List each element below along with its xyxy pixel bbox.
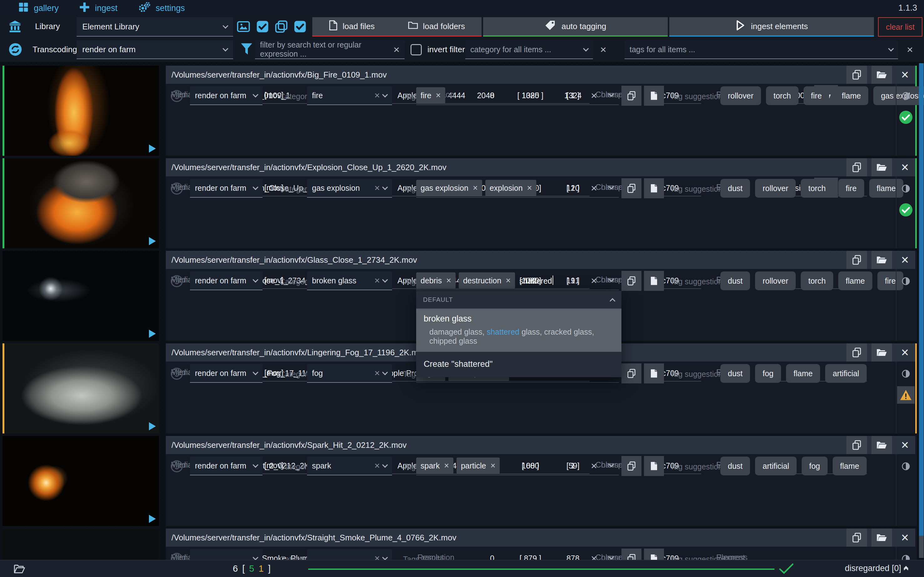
copy-entry-button[interactable] — [846, 343, 867, 361]
tab-ingest[interactable]: ingest — [79, 2, 118, 15]
copy-tags-button[interactable] — [622, 178, 641, 198]
tag-suggestion-chip[interactable]: torch — [766, 86, 798, 105]
category-select[interactable]: spark × — [307, 456, 392, 475]
transcoding-select[interactable]: render on farm — [77, 40, 233, 59]
remove-tag-icon[interactable]: × — [444, 461, 449, 471]
tags-field[interactable]: debris×destruction×shattered× DEFAULT br… — [416, 271, 619, 290]
remove-tag-icon[interactable]: × — [436, 91, 441, 100]
image-preview-icon[interactable] — [237, 21, 250, 32]
paste-tags-button[interactable] — [644, 456, 664, 476]
visibility-icon[interactable] — [901, 276, 911, 287]
tags-all-select[interactable]: tags for all items ... — [625, 40, 898, 59]
clear-tags-icon[interactable]: × — [591, 90, 597, 101]
tag-suggestion-chip[interactable]: dust — [720, 179, 750, 198]
paste-tags-button[interactable] — [644, 363, 664, 384]
tag-suggestion-chip[interactable]: flame — [838, 271, 872, 290]
reveal-file-button[interactable] — [871, 158, 892, 176]
play-icon[interactable] — [149, 330, 156, 338]
tag-suggestion-chip[interactable]: rollover — [720, 86, 761, 105]
transcode-select[interactable]: render on farm — [190, 271, 263, 290]
layers-icon[interactable] — [275, 20, 288, 33]
tag-input-text[interactable]: shattered — [519, 276, 553, 285]
tag-chip[interactable]: particle× — [457, 458, 500, 474]
tag-suggestion-chip[interactable]: artificial — [825, 364, 867, 383]
video-thumbnail[interactable] — [3, 66, 159, 156]
paste-tags-button[interactable] — [644, 271, 664, 291]
copy-entry-button[interactable] — [846, 436, 867, 454]
visibility-icon[interactable] — [901, 184, 911, 194]
clear-category-icon[interactable]: × — [374, 276, 380, 285]
tags-field[interactable]: fire×× — [416, 86, 619, 105]
remove-tag-icon[interactable]: × — [506, 276, 510, 285]
reveal-file-button[interactable] — [871, 66, 892, 84]
remove-tag-icon[interactable]: × — [446, 276, 451, 285]
play-icon[interactable] — [149, 237, 156, 245]
transcode-select[interactable]: render on farm — [190, 364, 263, 383]
tag-suggestion-chip[interactable]: dust — [720, 271, 750, 290]
tag-suggestion-chip[interactable]: fog — [755, 364, 781, 383]
visibility-icon[interactable] — [901, 462, 911, 472]
remove-entry-button[interactable]: × — [897, 253, 913, 266]
clear-tags-icon[interactable]: × — [591, 275, 597, 286]
copy-tags-button[interactable] — [622, 86, 641, 106]
visibility-icon[interactable] — [901, 369, 911, 379]
paste-tags-button[interactable] — [644, 86, 664, 106]
tag-suggestion-chip[interactable]: rollover — [755, 179, 796, 198]
transcode-select[interactable]: render on farm — [190, 86, 263, 105]
tag-suggestion-chip[interactable]: fog — [802, 456, 828, 475]
video-thumbnail[interactable] — [3, 529, 159, 560]
load-files-button[interactable]: load files — [329, 20, 375, 33]
tag-chip[interactable]: gas explosion× — [416, 180, 482, 196]
clear-tags-icon[interactable]: × — [591, 183, 597, 193]
copy-entry-button[interactable] — [846, 251, 867, 269]
tag-suggestion-chip[interactable]: artificial — [755, 456, 796, 475]
reveal-file-button[interactable] — [871, 436, 892, 454]
tab-gallery[interactable]: gallery — [18, 2, 59, 15]
copy-tags-button[interactable] — [622, 548, 641, 560]
copy-entry-button[interactable] — [846, 158, 867, 176]
copy-entry-button[interactable] — [846, 529, 867, 547]
tag-suggestion-chip[interactable]: fire — [838, 179, 864, 198]
category-select[interactable]: gas explosion × — [307, 179, 392, 198]
scrollbar[interactable] — [919, 63, 924, 558]
category-select[interactable]: broken glass × — [307, 271, 392, 290]
remove-entry-button[interactable]: × — [897, 161, 913, 174]
clear-tags-all-icon[interactable]: × — [907, 44, 913, 55]
remove-entry-button[interactable]: × — [897, 531, 913, 544]
remove-entry-button[interactable]: × — [897, 68, 913, 81]
transcode-select[interactable]: render on farm — [190, 456, 263, 475]
tags-field[interactable]: × — [416, 549, 619, 560]
invert-filter-checkbox[interactable] — [410, 44, 422, 55]
clear-category-icon[interactable]: × — [374, 183, 380, 193]
video-thumbnail[interactable] — [3, 436, 159, 526]
tag-suggestion-chip[interactable]: fire — [803, 86, 830, 105]
remove-tag-icon[interactable]: × — [473, 183, 478, 193]
paste-tags-button[interactable] — [644, 548, 664, 560]
remove-entry-button[interactable]: × — [897, 438, 913, 451]
clear-tags-icon[interactable]: × — [591, 460, 597, 471]
copy-tags-button[interactable] — [622, 363, 641, 384]
tag-chip[interactable]: spark× — [416, 458, 453, 474]
tag-suggestion-chip[interactable]: rollover — [755, 271, 796, 290]
tag-suggestion-chip[interactable]: torch — [801, 179, 833, 198]
clear-category-icon[interactable]: × — [374, 554, 380, 560]
category-select[interactable]: fire × — [307, 86, 392, 105]
tag-suggestion-chip[interactable]: dust — [720, 456, 750, 475]
tag-chip[interactable]: destruction× — [459, 272, 515, 288]
clear-category-icon[interactable]: × — [374, 368, 380, 378]
library-select[interactable]: Element Library — [77, 17, 233, 37]
disregarded-toggle[interactable]: disregarded [0] — [845, 564, 908, 573]
load-folders-button[interactable]: load folders — [408, 21, 465, 32]
copy-tags-button[interactable] — [622, 271, 641, 291]
clear-search-icon[interactable]: × — [393, 44, 400, 55]
clear-category-icon[interactable]: × — [374, 461, 380, 471]
tag-suggestion-chip[interactable]: dust — [720, 364, 750, 383]
auto-tagging-button[interactable]: auto tagging — [483, 17, 668, 37]
remove-entry-button[interactable]: × — [897, 346, 913, 359]
play-icon[interactable] — [149, 145, 156, 153]
visibility-icon[interactable] — [901, 554, 911, 560]
tags-field[interactable]: spark×particle×× — [416, 456, 619, 475]
tag-chip[interactable]: fire× — [416, 87, 445, 103]
category-select[interactable]: × — [307, 549, 392, 560]
tag-suggestion-chip[interactable]: torch — [801, 271, 833, 290]
